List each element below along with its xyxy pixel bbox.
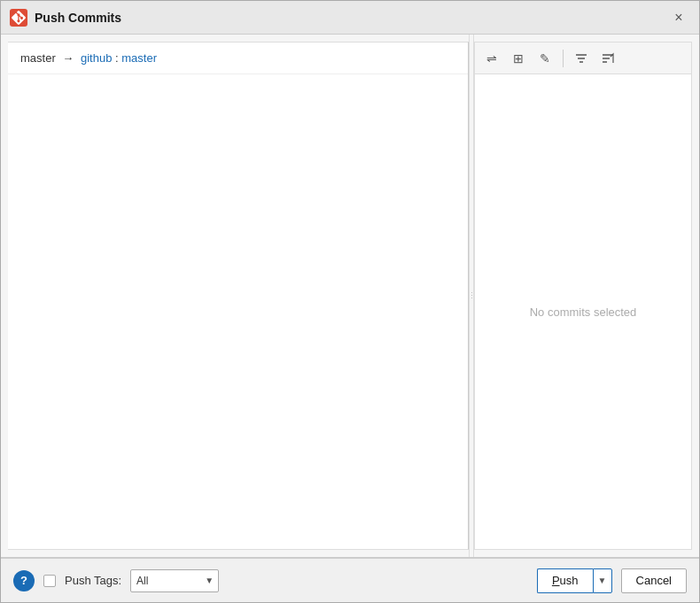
help-button[interactable]: ? [13,570,35,591]
filter-icon [575,52,587,65]
push-dropdown-button[interactable]: ▼ [593,568,612,593]
commit-details-panel: ⇌ ⊞ ✎ [474,42,692,550]
sort-button[interactable] [596,47,619,70]
push-commits-dialog: Push Commits × master → github : master … [0,0,700,603]
push-button-label: Push [552,574,579,587]
title-bar: Push Commits × [1,1,699,35]
remote-name: github [81,51,112,65]
title-bar-left: Push Commits [10,9,121,27]
tags-select-wrapper: All Annotated None ▼ [130,569,219,592]
tags-select[interactable]: All Annotated None [130,569,219,592]
filter-button[interactable] [570,47,593,70]
right-toolbar: ⇌ ⊞ ✎ [474,42,692,73]
commit-details-content: No commits selected [474,73,692,550]
branch-from: master [20,51,56,65]
push-tags-checkbox[interactable] [43,575,56,587]
main-content: master → github : master ⋮ ⇌ ⊞ ✎ [1,35,699,558]
sort-icon [602,52,614,65]
grid-button[interactable]: ⊞ [507,47,530,70]
sync-button[interactable]: ⇌ [480,47,503,70]
push-button-group: Push ▼ [537,568,612,593]
commits-list-panel[interactable]: master → github : master [8,42,469,550]
edit-button[interactable]: ✎ [533,47,556,70]
cancel-button[interactable]: Cancel [621,568,687,593]
branch-arrow: → [62,51,74,65]
toolbar-separator [563,50,564,67]
bottom-bar: ? Push Tags: All Annotated None ▼ Push ▼… [1,558,699,602]
branch-to: master [121,51,157,65]
no-commits-label: No commits selected [530,305,637,319]
close-button[interactable]: × [667,6,690,29]
push-shortcut: P [552,574,560,587]
git-icon [10,9,27,27]
push-button[interactable]: Push [537,568,593,593]
push-tags-label[interactable]: Push Tags: [65,574,121,587]
branch-header: master → github : master [8,43,468,74]
dialog-title: Push Commits [35,11,121,25]
